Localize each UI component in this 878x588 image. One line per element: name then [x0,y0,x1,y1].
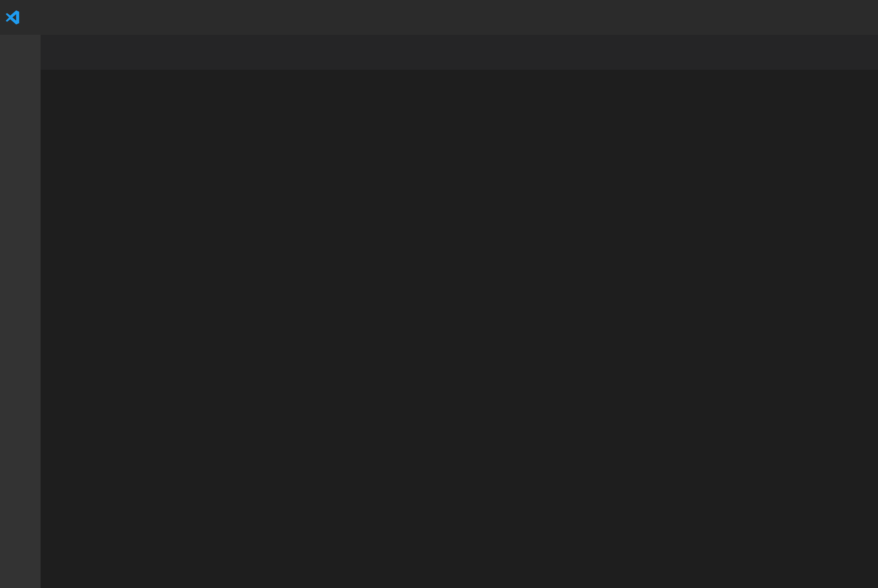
window-title [500,0,878,35]
vscode-logo-icon [4,9,21,26]
code-editor[interactable] [41,96,878,588]
title-bar [0,0,878,35]
main-area [0,35,878,588]
tab-bar [41,35,878,70]
breadcrumb [41,70,878,96]
activity-bar [0,35,41,588]
editor-group [41,35,878,588]
